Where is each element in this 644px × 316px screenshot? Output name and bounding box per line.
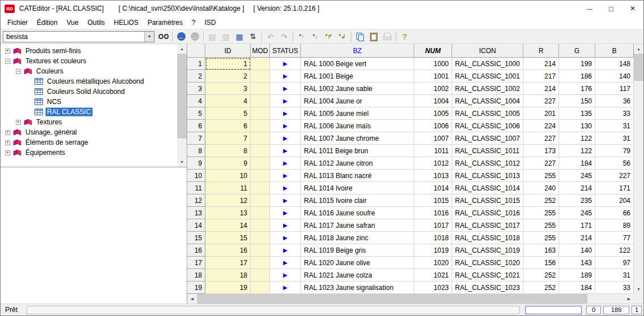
cell-status[interactable]: ▶	[270, 282, 301, 294]
insert-row-above-button[interactable]	[295, 31, 308, 43]
paste-table-button[interactable]	[233, 31, 246, 43]
cell-b[interactable]: 122	[595, 244, 634, 257]
column-header-status[interactable]: STATUS	[270, 44, 301, 58]
cell-bz[interactable]: RAL 1011 Beige brun	[301, 145, 414, 157]
row-selector[interactable]: 13	[187, 207, 205, 219]
copy-button[interactable]	[353, 31, 367, 43]
cell-num[interactable]: 1011	[414, 145, 452, 157]
cell-g[interactable]: 214	[559, 182, 595, 194]
column-header-mod[interactable]: MOD	[251, 44, 270, 58]
cell-status[interactable]: ▶	[270, 219, 301, 232]
cell-b[interactable]: 148	[595, 58, 634, 70]
cell-mod[interactable]	[251, 157, 270, 170]
sort-button[interactable]	[246, 31, 260, 43]
tree-item-elements-de-serrage[interactable]: +Éléments de serrage	[1, 137, 177, 148]
tree-item-equipements[interactable]: +Équipements	[1, 148, 177, 158]
cell-r[interactable]: 252	[523, 282, 559, 294]
row-selector[interactable]: 10	[187, 170, 205, 182]
cell-num[interactable]: 1014	[414, 182, 452, 194]
cell-bz[interactable]: RAL 1018 Jaune zinc	[301, 232, 414, 244]
cell-g[interactable]: 199	[559, 58, 595, 70]
cell-status[interactable]: ▶	[270, 194, 301, 207]
cell-bz[interactable]: RAL 1019 Beige gris	[301, 244, 414, 257]
table-vscrollbar[interactable]: ▲ ▼	[634, 44, 643, 294]
cell-mod[interactable]	[251, 58, 270, 70]
tree-scrollbar[interactable]: ▲ ▼	[177, 44, 187, 167]
table-hscrollbar[interactable]: ◀ ▶	[187, 294, 634, 304]
row-selector[interactable]: 6	[187, 120, 205, 132]
cell-r[interactable]: 227	[523, 95, 559, 107]
cell-status[interactable]: ▶	[270, 269, 301, 282]
cell-icon[interactable]: RAL_CLASSIC_1002	[452, 83, 523, 95]
cell-num[interactable]: 1019	[414, 244, 452, 257]
cell-id[interactable]: 5	[205, 107, 251, 120]
cell-id[interactable]: 12	[205, 194, 251, 207]
cell-r[interactable]: 201	[523, 107, 559, 120]
collapse-icon[interactable]: −	[16, 69, 21, 74]
menu-aide[interactable]: ?	[187, 18, 200, 28]
cell-status[interactable]: ▶	[270, 95, 301, 107]
tree-item-couleurs-metalliques-alucobond[interactable]: Couleurs métalliques Alucobond	[1, 76, 177, 86]
cell-g[interactable]: 235	[559, 194, 595, 207]
cell-b[interactable]: 79	[595, 145, 634, 157]
cell-b[interactable]: 171	[595, 182, 634, 194]
cell-status[interactable]: ▶	[270, 83, 301, 95]
menu-outils[interactable]: Outils	[83, 18, 110, 28]
cell-r[interactable]: 227	[523, 132, 559, 145]
cell-bz[interactable]: RAL 1013 Blanc nacré	[301, 170, 414, 182]
cell-mod[interactable]	[251, 95, 270, 107]
cell-id[interactable]: 14	[205, 219, 251, 232]
cell-bz[interactable]: RAL 1007 Jaune chrome	[301, 132, 414, 145]
minimize-button[interactable]	[579, 1, 600, 16]
cell-g[interactable]: 176	[559, 83, 595, 95]
cell-bz[interactable]: RAL 1020 Jaune olive	[301, 257, 414, 269]
cell-bz[interactable]: RAL 1000 Beige vert	[301, 58, 414, 70]
row-selector[interactable]: 9	[187, 157, 205, 170]
cell-status[interactable]: ▶	[270, 244, 301, 257]
cell-mod[interactable]	[251, 194, 270, 207]
cell-r[interactable]: 214	[523, 58, 559, 70]
scroll-up-icon[interactable]: ▲	[177, 44, 187, 54]
cell-icon[interactable]: RAL_CLASSIC_1023	[452, 282, 523, 294]
cell-status[interactable]: ▶	[270, 170, 301, 182]
append-row-button[interactable]	[322, 31, 336, 43]
cell-status[interactable]: ▶	[270, 257, 301, 269]
cell-b[interactable]: 204	[595, 194, 634, 207]
row-selector[interactable]: 4	[187, 95, 205, 107]
collapse-icon[interactable]: −	[5, 59, 10, 64]
row-selector[interactable]: 2	[187, 70, 205, 83]
cell-b[interactable]: 89	[595, 219, 634, 232]
cell-num[interactable]: 1002	[414, 83, 452, 95]
cell-mod[interactable]	[251, 83, 270, 95]
column-header-id[interactable]: ID	[205, 44, 251, 58]
cell-id[interactable]: 10	[205, 170, 251, 182]
cell-bz[interactable]: RAL 1014 Ivoire	[301, 182, 414, 194]
cell-b[interactable]: 140	[595, 70, 634, 83]
cell-id[interactable]: 1	[205, 58, 251, 70]
cell-g[interactable]: 171	[559, 219, 595, 232]
cell-status[interactable]: ▶	[270, 70, 301, 83]
cell-r[interactable]: 252	[523, 269, 559, 282]
cell-r[interactable]: 163	[523, 244, 559, 257]
cell-status[interactable]: ▶	[270, 207, 301, 219]
cell-status[interactable]: ▶	[270, 107, 301, 120]
menu-helios[interactable]: HELiOS	[109, 18, 143, 28]
cell-status[interactable]: ▶	[270, 157, 301, 170]
cell-status[interactable]: ▶	[270, 232, 301, 244]
cell-id[interactable]: 16	[205, 244, 251, 257]
cell-r[interactable]: 252	[523, 194, 559, 207]
cell-b[interactable]: 56	[595, 157, 634, 170]
scroll-down-icon[interactable]: ▼	[177, 157, 187, 167]
cell-num[interactable]: 1015	[414, 194, 452, 207]
cell-num[interactable]: 1017	[414, 219, 452, 232]
cell-g[interactable]: 214	[559, 232, 595, 244]
cell-b[interactable]: 31	[595, 120, 634, 132]
cell-r[interactable]: 156	[523, 257, 559, 269]
search-combobox[interactable]: besista ▼	[3, 31, 154, 42]
cell-bz[interactable]: RAL 1012 Jaune citron	[301, 157, 414, 170]
menu-fichier[interactable]: Fichier	[3, 18, 32, 28]
tree-item-textures[interactable]: +Textures	[1, 117, 177, 127]
cell-icon[interactable]: RAL_CLASSIC_1015	[452, 194, 523, 207]
cell-g[interactable]: 245	[559, 207, 595, 219]
cell-num[interactable]: 1023	[414, 282, 452, 294]
